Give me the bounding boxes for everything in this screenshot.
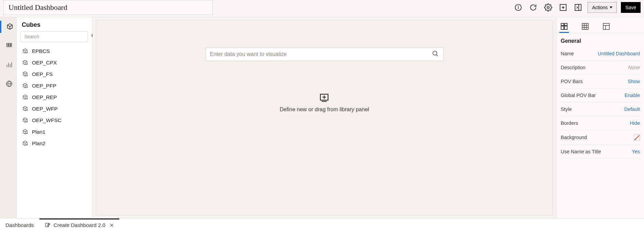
- cube-item-label: Plan2: [32, 140, 46, 147]
- prop-row-background: Background: [560, 130, 641, 145]
- prop-label: Borders: [561, 120, 578, 126]
- prop-tab-layout-icon[interactable]: [602, 21, 611, 33]
- background-swatch-none-icon[interactable]: [634, 134, 640, 140]
- cube-item[interactable]: Plan1: [17, 126, 92, 138]
- canvas-area: Define new or drag from library panel: [92, 17, 556, 218]
- prop-row-usenametitle: Use Name as Title Yes: [560, 145, 641, 159]
- cube-item-label: OEP_FS: [32, 71, 53, 77]
- svg-rect-50: [561, 26, 564, 30]
- prop-label: POV Bars: [561, 79, 582, 84]
- tab-create-dashboard[interactable]: Create Dashboard 2.0 ✕: [39, 218, 120, 231]
- svg-rect-49: [564, 23, 567, 25]
- prop-tab-grid-icon[interactable]: [580, 21, 590, 33]
- prop-label: Background: [561, 135, 587, 140]
- svg-rect-13: [8, 45, 10, 47]
- cube-item[interactable]: OEP_CPX: [17, 57, 92, 69]
- prop-tab-general-icon[interactable]: [559, 21, 569, 33]
- cubes-title: Cubes: [17, 17, 92, 31]
- prop-label: Global POV Bar: [561, 93, 596, 98]
- prop-row-borders: Borders Hide: [560, 116, 641, 130]
- drop-hint-text: Define new or drag from library panel: [280, 107, 369, 113]
- svg-point-3: [547, 6, 549, 8]
- cube-item-label: OEP_CPX: [32, 60, 57, 66]
- canvas-dropzone[interactable]: Define new or drag from library panel: [96, 20, 553, 215]
- prop-value-globalpov[interactable]: Enable: [625, 93, 640, 98]
- cube-item-label: OEP_PFP: [32, 83, 56, 89]
- cube-item[interactable]: Plan2: [17, 138, 92, 149]
- save-button[interactable]: Save: [621, 2, 641, 13]
- properties-section-title: General: [557, 33, 644, 47]
- cube-item[interactable]: OEP_WFP: [17, 103, 92, 115]
- prop-label: Style: [561, 107, 572, 112]
- cubes-list: EPBCS OEP_CPX OEP_FS OEP_PFP OEP_REP OEP…: [17, 45, 92, 218]
- svg-rect-48: [561, 23, 564, 25]
- add-panel-icon[interactable]: [558, 2, 569, 13]
- cube-item-label: Plan1: [32, 129, 46, 135]
- svg-rect-60: [46, 223, 49, 227]
- top-toolbar: Actions Save: [0, 0, 644, 17]
- svg-rect-52: [582, 23, 588, 30]
- cube-item-label: OEP_WFSC: [32, 117, 62, 123]
- cube-item[interactable]: OEP_WFSC: [17, 115, 92, 126]
- cube-item[interactable]: OEP_PFP: [17, 80, 92, 92]
- svg-rect-11: [11, 43, 12, 45]
- actions-button[interactable]: Actions: [588, 2, 617, 13]
- tab-dashboards[interactable]: Dashboards: [0, 218, 39, 231]
- cube-item[interactable]: EPBCS: [17, 45, 92, 57]
- visualize-search-input[interactable]: [210, 51, 428, 57]
- cube-item-label: OEP_WFP: [32, 106, 58, 112]
- cube-item[interactable]: OEP_REP: [17, 92, 92, 103]
- settings-icon[interactable]: [543, 2, 554, 13]
- prop-row-description: Description None: [560, 61, 641, 75]
- svg-rect-9: [7, 43, 8, 45]
- prop-label: Name: [561, 51, 574, 56]
- rail-cubes-icon[interactable]: [0, 21, 17, 33]
- prop-value-description[interactable]: None: [628, 65, 640, 70]
- bottom-tab-bar: Dashboards Create Dashboard 2.0 ✕: [0, 218, 644, 231]
- svg-rect-10: [8, 43, 10, 45]
- rail-globe-icon[interactable]: [1, 78, 18, 90]
- rail-grid-icon[interactable]: [1, 40, 18, 52]
- add-widget-icon: [319, 93, 329, 103]
- drop-hint: Define new or drag from library panel: [280, 93, 369, 113]
- tab-label: Create Dashboard 2.0: [54, 222, 106, 228]
- cube-item-label: OEP_REP: [32, 94, 57, 100]
- prop-row-name: Name Untitled Dashboard: [560, 47, 641, 61]
- close-icon[interactable]: ✕: [109, 222, 114, 229]
- toggle-panel-icon[interactable]: [573, 2, 584, 13]
- svg-line-43: [436, 55, 437, 56]
- prop-row-style: Style Default: [560, 102, 641, 116]
- prop-row-povbars: POV Bars Show: [560, 75, 641, 89]
- svg-rect-14: [11, 45, 12, 47]
- prop-row-globalpov: Global POV Bar Enable: [560, 89, 641, 102]
- info-icon[interactable]: [513, 2, 524, 13]
- edit-dashboard-icon: [45, 222, 51, 228]
- dashboard-title-input[interactable]: [3, 0, 213, 15]
- svg-rect-51: [564, 26, 567, 30]
- prop-value-povbars[interactable]: Show: [628, 79, 640, 84]
- properties-panel: General Name Untitled Dashboard Descript…: [556, 17, 644, 218]
- svg-rect-57: [603, 23, 609, 30]
- cube-item-label: EPBCS: [32, 48, 50, 54]
- cube-item[interactable]: OEP_FS: [17, 69, 92, 80]
- svg-rect-12: [7, 45, 8, 47]
- prop-label: Description: [561, 65, 586, 70]
- prop-label: Use Name as Title: [561, 149, 601, 154]
- prop-value-usenametitle[interactable]: Yes: [632, 149, 640, 154]
- prop-value-borders[interactable]: Hide: [630, 120, 640, 126]
- prop-value-name[interactable]: Untitled Dashboard: [598, 51, 640, 56]
- search-icon[interactable]: [432, 50, 439, 59]
- actions-button-label: Actions: [592, 5, 608, 10]
- svg-point-42: [433, 51, 437, 55]
- cubes-panel: Cubes EPBCS OEP_CPX OEP_FS OEP_PFP OEP_R…: [17, 17, 92, 218]
- tab-label: Dashboards: [5, 222, 34, 228]
- cubes-search-input[interactable]: [20, 31, 88, 42]
- left-rail: [0, 17, 17, 218]
- rail-chart-icon[interactable]: [1, 59, 18, 71]
- refresh-icon[interactable]: [528, 2, 539, 13]
- svg-point-2: [518, 6, 519, 6]
- visualize-search: [206, 47, 443, 61]
- caret-down-icon: [610, 6, 612, 8]
- prop-value-style[interactable]: Default: [624, 107, 640, 112]
